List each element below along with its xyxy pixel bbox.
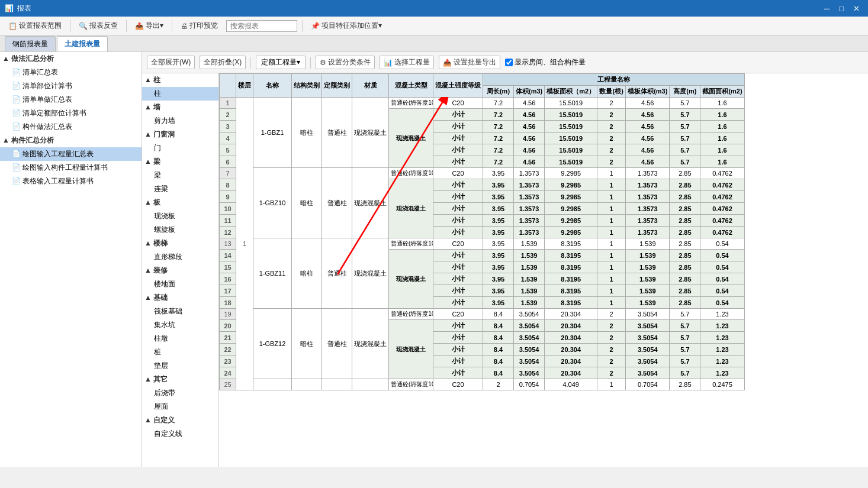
close-button[interactable]: ✕ — [850, 3, 863, 14]
left-tree-item[interactable]: 📄 构件做法汇总表 — [0, 120, 142, 134]
component-tree-item[interactable]: ▲ 楼梯 — [142, 237, 218, 250]
table-cell: 小计 — [433, 191, 483, 203]
table-cell: 1.23 — [700, 320, 744, 332]
component-tree-item[interactable]: 连梁 — [142, 182, 218, 196]
table-cell: 9 — [220, 191, 236, 203]
export-button[interactable]: 📤 导出▾ — [131, 20, 167, 32]
component-tree-item[interactable]: ▲ 墙 — [142, 101, 218, 114]
left-tree-item[interactable]: 📄 清单部位计算书 — [0, 79, 142, 93]
minimize-button[interactable]: ─ — [821, 3, 833, 14]
left-tree-item[interactable]: ▲ 构件汇总分析 — [0, 134, 142, 147]
table-row: 131-GBZ11暗柱普通柱现浇混凝土普通砼(坍落度10°90mm）砾石0.5°… — [220, 238, 745, 250]
table-cell: 0.7054 — [514, 379, 545, 390]
table-cell: 1.23 — [700, 356, 744, 367]
select-qty-button[interactable]: 📊 选择工程量 — [380, 56, 434, 69]
component-tree-item[interactable]: 屋面 — [142, 400, 218, 413]
data-table-container[interactable]: 楼层 名称 结构类别 定额类别 材质 混凝土类型 混凝土强度等级 工程量名称 周… — [219, 73, 868, 467]
table-cell: 4.56 — [514, 132, 545, 144]
table-cell: 2 — [483, 379, 514, 390]
left-tree-item[interactable]: 📄 清单汇总表 — [0, 66, 142, 79]
table-cell: C20 — [433, 309, 483, 320]
component-tree-item[interactable]: 后浇带 — [142, 386, 218, 400]
table-cell: C20 — [433, 379, 483, 390]
table-cell: 3.95 — [483, 227, 514, 238]
component-tree-item[interactable]: 门 — [142, 141, 218, 155]
table-cell: 现浇混凝土 — [352, 309, 389, 379]
table-cell: 7.2 — [483, 132, 514, 144]
component-tree-item[interactable]: ▲ 基础 — [142, 291, 218, 305]
table-cell: 暗柱 — [292, 238, 322, 309]
component-tree-item[interactable]: 筏板基础 — [142, 305, 218, 318]
component-tree-item[interactable]: 直形梯段 — [142, 250, 218, 264]
component-tree-item[interactable]: 楼地面 — [142, 277, 218, 291]
left-tree-item[interactable]: 📄 清单定额部位计算书 — [0, 106, 142, 120]
export-icon: 📤 — [135, 22, 144, 30]
left-tree-item[interactable]: 📄 清单单做汇总表 — [0, 93, 142, 106]
table-cell: 1 — [597, 215, 626, 227]
table-cell: 0.2475 — [700, 379, 744, 390]
show-rooms-input[interactable] — [505, 59, 513, 66]
component-tree-item[interactable]: 自定义线 — [142, 427, 218, 441]
component-tree-item[interactable]: 集水坑 — [142, 318, 218, 332]
table-cell: 1.23 — [700, 332, 744, 344]
component-tree-item[interactable]: ▲ 其它 — [142, 373, 218, 386]
maximize-button[interactable]: □ — [835, 3, 847, 14]
component-tree-item[interactable]: 柱墩 — [142, 332, 218, 345]
table-cell: 4.049 — [545, 379, 597, 390]
table-cell: 4.56 — [626, 121, 670, 132]
tab-civil[interactable]: 土建报表量 — [57, 36, 108, 51]
table-cell: 16 — [220, 273, 236, 285]
component-tree-item[interactable]: ▲ 门窗洞 — [142, 128, 218, 141]
quota-type-dropdown[interactable]: 定额工程量▾ — [256, 56, 306, 69]
table-cell: 0.54 — [700, 297, 744, 309]
component-tree-item[interactable]: 现浇板 — [142, 209, 218, 223]
table-cell: 11 — [220, 215, 236, 227]
batch-export-button[interactable]: 📤 设置批量导出 — [439, 56, 500, 69]
table-cell: 9.2985 — [545, 215, 597, 227]
table-cell: 1.3573 — [626, 179, 670, 191]
table-cell: 1.6 — [700, 109, 744, 121]
table-cell: 1.539 — [514, 297, 545, 309]
left-tree-item[interactable]: 📄 表格输入工程量计算书 — [0, 174, 142, 188]
component-tree-item[interactable]: ▲ 自定义 — [142, 413, 218, 427]
component-tree-item[interactable]: ▲ 装修 — [142, 264, 218, 277]
table-cell: 1.3573 — [626, 215, 670, 227]
col-header-formvol: 模板体积(m3) — [626, 86, 670, 98]
component-tree-item[interactable]: 垫层 — [142, 359, 218, 373]
project-feature-button[interactable]: 📌 项目特征添加位置▾ — [307, 20, 385, 32]
table-cell: 2 — [597, 144, 626, 156]
table-cell: 2 — [597, 309, 626, 320]
left-tree-item[interactable]: 📄 绘图输入构件工程量计算书 — [0, 161, 142, 174]
table-cell: 1.3573 — [514, 215, 545, 227]
print-preview-button[interactable]: 🖨 打印预览 — [177, 20, 221, 32]
report-review-button[interactable]: 🔍 报表反查 — [75, 20, 121, 32]
table-cell: 21 — [220, 332, 236, 344]
search-input[interactable] — [226, 20, 297, 32]
table-cell: 15.5019 — [545, 144, 597, 156]
table-cell: 3.95 — [483, 203, 514, 215]
left-tree-item[interactable]: ▲ 做法汇总分析 — [0, 52, 142, 66]
component-tree-item[interactable]: 柱 — [142, 87, 218, 101]
tab-rebar[interactable]: 钢筋报表量 — [5, 36, 56, 51]
col-header-concgrade: 混凝土强度等级 — [433, 74, 483, 98]
table-cell: 1.539 — [514, 273, 545, 285]
table-cell: 18 — [220, 297, 236, 309]
table-cell: 20 — [220, 320, 236, 332]
left-tree-item[interactable]: 📄 绘图输入工程量汇总表 — [0, 147, 142, 161]
component-tree-item[interactable]: 梁 — [142, 169, 218, 182]
set-condition-button[interactable]: ⚙ 设置分类条件 — [316, 56, 375, 69]
set-range-button[interactable]: 📋 设置报表范围 — [5, 20, 65, 32]
component-tree-item[interactable]: ▲ 柱 — [142, 73, 218, 87]
component-tree-item[interactable]: 螺旋板 — [142, 223, 218, 237]
table-cell: 8.3195 — [545, 250, 597, 261]
expand-all-button[interactable]: 全部展开(W) — [147, 56, 195, 69]
component-tree-item[interactable]: ▲ 板 — [142, 196, 218, 209]
component-tree-item[interactable]: 剪力墙 — [142, 114, 218, 128]
table-row: 71-GBZ10暗柱普通柱现浇混凝土普通砼(坍落度10°90mm）砾石0.5°1… — [220, 168, 745, 179]
component-tree-item[interactable]: ▲ 梁 — [142, 155, 218, 169]
component-tree-item[interactable]: 桩 — [142, 345, 218, 359]
table-cell: 2.85 — [670, 261, 700, 273]
collapse-all-button[interactable]: 全部折叠(X) — [200, 56, 246, 69]
show-rooms-checkbox[interactable]: 显示房间、组合构件量 — [505, 57, 586, 67]
set-range-icon: 📋 — [8, 22, 17, 30]
